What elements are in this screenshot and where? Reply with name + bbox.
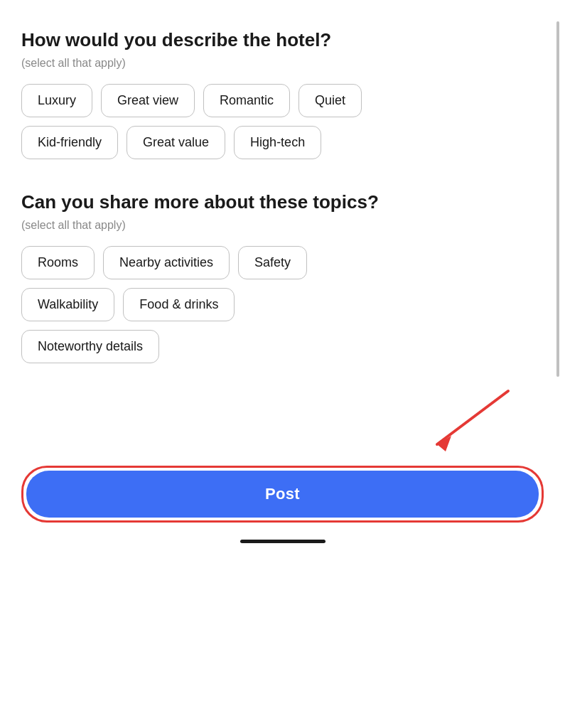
- chip-nearby-activities[interactable]: Nearby activities: [103, 246, 230, 279]
- section1-subtitle: (select all that apply): [21, 57, 544, 70]
- section2-chips-row2: Walkability Food & drinks: [21, 288, 544, 321]
- arrow-icon: [409, 387, 522, 459]
- chip-food-drinks[interactable]: Food & drinks: [123, 288, 235, 321]
- home-indicator: [240, 540, 325, 543]
- page-container: How would you describe the hotel? (selec…: [0, 0, 565, 728]
- chip-great-view[interactable]: Great view: [101, 84, 195, 117]
- post-button[interactable]: Post: [26, 471, 539, 518]
- post-button-wrapper: Post: [21, 466, 544, 523]
- section-describe-hotel: How would you describe the hotel? (selec…: [21, 28, 544, 168]
- chip-noteworthy-details[interactable]: Noteworthy details: [21, 330, 159, 363]
- section2-title: Can you share more about these topics?: [21, 191, 544, 215]
- chip-rooms[interactable]: Rooms: [21, 246, 95, 279]
- section1-title: How would you describe the hotel?: [21, 28, 544, 53]
- chip-kid-friendly[interactable]: Kid-friendly: [21, 126, 118, 159]
- section2-chips-row1: Rooms Nearby activities Safety: [21, 246, 544, 279]
- section-topics: Can you share more about these topics? (…: [21, 191, 544, 372]
- chip-romantic[interactable]: Romantic: [203, 84, 290, 117]
- section1-chips-row2: Kid-friendly Great value High-tech: [21, 126, 544, 159]
- section2-subtitle: (select all that apply): [21, 219, 544, 232]
- arrow-annotation: [21, 395, 544, 451]
- scrollbar[interactable]: [556, 21, 559, 377]
- chip-walkability[interactable]: Walkability: [21, 288, 114, 321]
- section1-chips-row1: Luxury Great view Romantic Quiet: [21, 84, 544, 117]
- svg-line-0: [437, 391, 508, 444]
- chip-safety[interactable]: Safety: [238, 246, 307, 279]
- chip-great-value[interactable]: Great value: [127, 126, 225, 159]
- chip-luxury[interactable]: Luxury: [21, 84, 92, 117]
- chip-high-tech[interactable]: High-tech: [234, 126, 321, 159]
- chip-quiet[interactable]: Quiet: [298, 84, 362, 117]
- section2-chips-row3: Noteworthy details: [21, 330, 544, 363]
